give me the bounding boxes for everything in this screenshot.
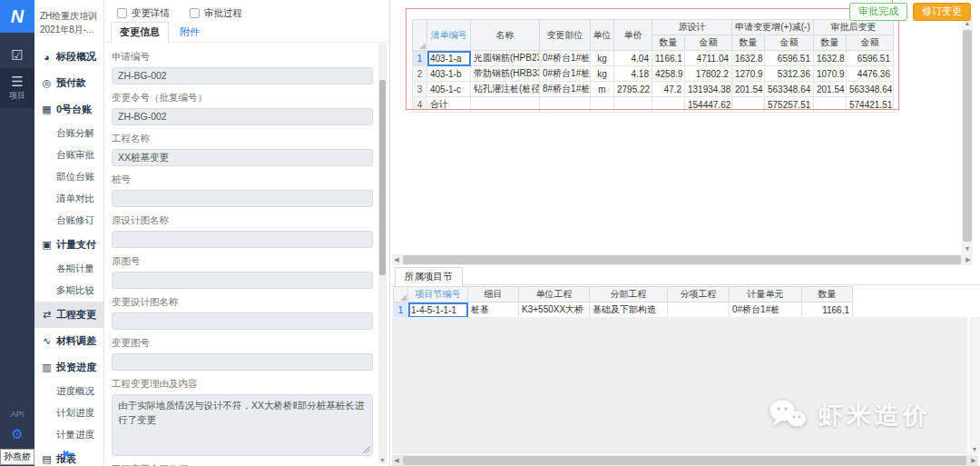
field-input-申请编号[interactable]: ZH-BG-002 (112, 67, 373, 84)
cell[interactable]: 1-4-5-1-1-1 (408, 302, 468, 318)
field-input-变更图号[interactable] (112, 353, 373, 371)
cell[interactable] (732, 97, 765, 113)
cell[interactable]: 4.04 (614, 51, 652, 66)
cell[interactable]: 0#桥台1#桩 (540, 51, 591, 66)
app-logo[interactable]: N (0, 0, 34, 33)
sidebar-item-进度概况[interactable]: 进度概况 (34, 381, 103, 402)
rail-item-tasks[interactable]: ☑ (0, 42, 34, 68)
sidebar-item-清单对比[interactable]: 清单对比 (34, 188, 103, 210)
cell[interactable]: 131934.38 (685, 82, 732, 97)
form-scrollbar[interactable]: ▼ (378, 44, 387, 464)
bottom-scroll-left-icon[interactable]: ◀ (392, 455, 401, 466)
cell[interactable]: 光圆钢筋(HPB235、H (471, 51, 540, 66)
cell[interactable]: 钻孔灌注桩(桩径1.6m (471, 82, 540, 97)
cell[interactable]: 合计 (427, 97, 471, 113)
top-hscroll-thumb[interactable] (403, 255, 961, 264)
cell[interactable] (668, 302, 730, 318)
revise-change-button[interactable]: 修订变更 (913, 3, 971, 21)
select-all-corner[interactable] (413, 20, 427, 51)
cell[interactable]: 1166.1 (652, 51, 685, 66)
row-number[interactable]: 2 (413, 66, 427, 82)
cell[interactable] (471, 97, 540, 113)
cell[interactable]: 6596.51 (847, 51, 894, 66)
field-input-原设计图名称[interactable] (112, 231, 373, 248)
cell[interactable]: 403-1-b (427, 66, 471, 82)
sidebar-item-计量进度[interactable]: 计量进度 (34, 424, 103, 446)
bottom-horizontal-scrollbar[interactable]: ◀ ▶ (392, 455, 978, 466)
cell[interactable]: 带肋钢筋(HRB335、H (471, 66, 540, 82)
sidebar-item-计量支付[interactable]: ▣计量支付 (34, 232, 103, 258)
row-number[interactable]: 1 (394, 302, 408, 318)
cell[interactable]: m (591, 82, 614, 97)
cell[interactable]: 0#桥台1#桩 (540, 66, 591, 82)
cell[interactable]: 1070.9 (814, 66, 847, 82)
cell[interactable]: 154447.62 (685, 97, 732, 113)
sidebar-item-计划进度[interactable]: 计划进度 (34, 402, 103, 424)
cell[interactable]: 563348.64 (765, 82, 814, 97)
cell[interactable]: 201.54 (732, 82, 765, 97)
settings-gear-icon[interactable]: ⚙ (0, 426, 34, 442)
field-input-原图号[interactable] (112, 272, 373, 289)
cell[interactable]: 1632.8 (732, 51, 765, 66)
row-number[interactable]: 3 (413, 82, 427, 97)
field-input-变更设计图名称[interactable] (112, 312, 373, 330)
sidebar-item-材料调差[interactable]: ∿材料调差 (34, 328, 103, 354)
cell[interactable]: 1632.8 (814, 51, 847, 66)
sidebar-item-投资进度[interactable]: ▥投资进度 (34, 354, 103, 381)
project-title[interactable]: ZH给重庆培训 2021年8月-... (34, 0, 103, 44)
checkbox-变更详情[interactable]: 变更详情 (117, 7, 170, 20)
sidebar-item-台账分解[interactable]: 台账分解 (34, 123, 103, 144)
cell[interactable]: 5312.36 (765, 66, 814, 82)
cell[interactable]: kg (591, 51, 614, 66)
sidebar-item-各期计量[interactable]: 各期计量 (34, 258, 103, 280)
cell[interactable]: 1270.9 (732, 66, 765, 82)
cell[interactable]: 4711.04 (685, 51, 732, 66)
cell[interactable]: 4.18 (614, 66, 652, 82)
field-textarea-工程变更理由及内容[interactable]: 由于实际地质情况与设计不符，XX大桥桥Ⅱ部分桩基桩长进行了变更 (112, 394, 373, 456)
cell[interactable] (652, 97, 685, 113)
cell[interactable]: 基础及下部构造 (590, 302, 668, 318)
sidebar-collapse-icon[interactable]: ⇤ (34, 445, 103, 462)
cell[interactable]: 575257.51 (765, 97, 814, 113)
sidebar-item-工程变更[interactable]: ⇄工程变更 (34, 302, 103, 328)
bottom-vertical-scrollbar[interactable]: ▼ (969, 317, 980, 454)
tab-project-node[interactable]: 所属项目节 (395, 267, 463, 287)
cell[interactable]: 4476.36 (847, 66, 894, 82)
cell[interactable]: 2795.22 (614, 82, 652, 97)
sidebar-item-部位台账[interactable]: 部位台账 (34, 166, 103, 188)
sidebar-item-0号台账[interactable]: ▦0号台账 (34, 96, 103, 123)
field-input-桩号[interactable] (112, 190, 373, 207)
cell[interactable]: 4258.9 (652, 66, 685, 82)
cell[interactable]: 0#桥台1#桩 (730, 302, 802, 318)
cell[interactable]: K3+550XX大桥 (519, 302, 590, 318)
field-input-变更令号（批复编号）[interactable]: ZH-BG-002 (112, 108, 373, 125)
scroll-right-icon[interactable]: ▶ (964, 254, 973, 265)
bottom-hscroll-thumb[interactable] (403, 456, 966, 465)
row-number[interactable]: 1 (413, 51, 427, 66)
form-scrollbar-thumb[interactable] (379, 80, 386, 275)
cell[interactable] (614, 97, 652, 113)
cell[interactable]: 1166.1 (802, 302, 853, 318)
form-scrollbar-down-icon[interactable]: ▼ (378, 457, 387, 464)
tab-变更信息[interactable]: 变更信息 (111, 22, 169, 43)
checkbox-审批过程[interactable]: 审批过程 (190, 7, 242, 20)
cell[interactable]: 17802.2 (685, 66, 732, 82)
scroll-left-icon[interactable]: ◀ (392, 254, 401, 265)
cell[interactable]: 201.54 (814, 82, 847, 97)
checkbox-box-icon[interactable] (190, 8, 200, 18)
bottom-scroll-down-icon[interactable]: ▼ (969, 445, 980, 454)
sidebar-item-标段概况[interactable]: ◕标段概况 (34, 44, 103, 70)
sidebar-item-台账审批[interactable]: 台账审批 (34, 144, 103, 166)
cell[interactable]: 6596.51 (765, 51, 814, 66)
top-vscroll-thumb[interactable] (963, 30, 972, 242)
resize-grip-icon[interactable] (363, 446, 370, 453)
field-input-工程名称[interactable]: XX桩基变更 (112, 149, 373, 166)
cell[interactable]: 563348.64 (847, 82, 894, 97)
top-vertical-scrollbar[interactable]: ▲ ▼ (962, 19, 973, 253)
cell[interactable] (540, 97, 591, 113)
cell[interactable]: kg (591, 66, 614, 82)
cell[interactable] (591, 97, 614, 113)
sidebar-item-台账修订[interactable]: 台账修订 (34, 210, 103, 232)
node-select-all-corner[interactable] (394, 287, 408, 302)
user-name-tag[interactable]: 孙燕娇 (0, 449, 34, 465)
